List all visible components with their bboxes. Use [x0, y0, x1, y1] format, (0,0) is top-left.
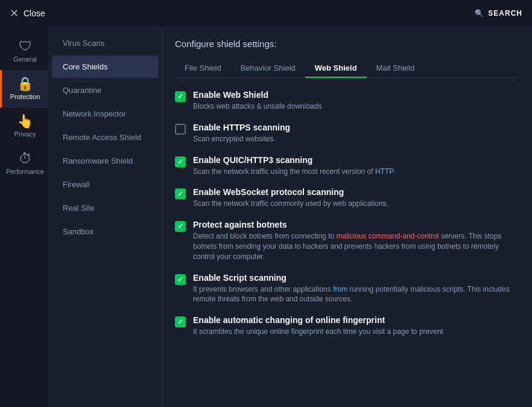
- setting-desc-botnets: Detect and block botnets from connecting…: [193, 231, 518, 261]
- mid-nav-remote-access-shield[interactable]: Remote Access Shield: [52, 126, 159, 149]
- sidebar-item-general[interactable]: 🛡 General: [0, 33, 48, 70]
- checkbox-enable-websocket[interactable]: ✓: [175, 188, 186, 199]
- shield-tabs: File Shield Behavior Shield Web Shield M…: [175, 59, 518, 78]
- checkmark-icon: ✓: [177, 276, 183, 283]
- mid-nav: Virus Scans Core Shields Quarantine Netw…: [48, 27, 163, 407]
- main-layout: 🛡 General 🔒 Protection 👆 Privacy ⏱ Perfo…: [0, 27, 532, 407]
- http-highlight: HTTP: [375, 167, 393, 176]
- mid-nav-ransomware-shield[interactable]: Ransomware Shield: [52, 150, 159, 172]
- mid-nav-quarantine[interactable]: Quarantine: [52, 79, 159, 101]
- checkmark-icon: ✓: [177, 158, 183, 165]
- topbar: ✕ Close 🔍 SEARCH: [0, 0, 532, 27]
- tab-mail-shield[interactable]: Mail Shield: [367, 59, 425, 77]
- tab-web-shield[interactable]: Web Shield: [305, 59, 367, 77]
- content-area: Configure shield settings: File Shield B…: [163, 27, 532, 407]
- search-label: SEARCH: [488, 9, 522, 18]
- checkmark-icon: ✓: [177, 318, 183, 325]
- checkmark-icon: ✓: [177, 223, 183, 230]
- sidebar-label-general: General: [13, 56, 37, 63]
- checkmark-icon: ✓: [177, 190, 183, 197]
- mid-nav-firewall[interactable]: Firewall: [52, 173, 159, 196]
- close-label: Close: [24, 8, 45, 18]
- sidebar-item-privacy[interactable]: 👆 Privacy: [0, 107, 48, 145]
- setting-title-https-scanning: Enable HTTPS scanning: [193, 123, 290, 132]
- general-icon: 🛡: [19, 40, 32, 53]
- setting-title-quic: Enable QUIC/HTTP3 scanning: [193, 155, 395, 165]
- sidebar-item-performance[interactable]: ⏱ Performance: [0, 145, 48, 182]
- setting-desc-https-scanning: Scan encrypted websites.: [193, 134, 290, 144]
- checkmark-icon: ✓: [177, 93, 183, 100]
- checkbox-enable-web-shield[interactable]: ✓: [175, 91, 186, 102]
- setting-title-websocket: Enable WebSocket protocol scanning: [193, 187, 388, 197]
- botnet-highlight: malicious command-and-control: [336, 232, 439, 240]
- setting-desc-websocket: Scan the network traffic commonly used b…: [193, 199, 388, 209]
- setting-enable-https-scanning: Enable HTTPS scanning Scan encrypted web…: [175, 123, 518, 144]
- checkbox-enable-quic[interactable]: ✓: [175, 156, 186, 167]
- performance-icon: ⏱: [19, 152, 32, 165]
- setting-enable-websocket: ✓ Enable WebSocket protocol scanning Sca…: [175, 187, 518, 209]
- close-button[interactable]: ✕ Close: [10, 7, 45, 20]
- from-highlight: from: [333, 285, 347, 293]
- sidebar-label-protection: Protection: [10, 93, 40, 100]
- setting-desc-fingerprint: It scrambles the unique online fingerpri…: [193, 327, 443, 337]
- mid-nav-core-shields[interactable]: Core Shields: [52, 56, 159, 78]
- mid-nav-sandbox[interactable]: Sandbox: [52, 220, 159, 243]
- setting-title-web-shield: Enable Web Shield: [193, 90, 321, 100]
- setting-protect-botnets: ✓ Protect against botnets Detect and blo…: [175, 220, 518, 261]
- setting-title-fingerprint: Enable automatic changing of online fing…: [193, 315, 443, 325]
- setting-desc-script-scanning: It prevents browsers and other applicati…: [193, 284, 518, 305]
- left-sidebar: 🛡 General 🔒 Protection 👆 Privacy ⏱ Perfo…: [0, 27, 48, 407]
- setting-desc-web-shield: Blocks web attacks & unsafe downloads: [193, 101, 321, 112]
- protection-icon: 🔒: [17, 77, 33, 91]
- sidebar-label-privacy: Privacy: [14, 130, 36, 138]
- mid-nav-real-site[interactable]: Real Site: [52, 197, 159, 219]
- checkbox-protect-botnets[interactable]: ✓: [175, 221, 186, 232]
- setting-desc-quic: Scan the network traffic using the most …: [193, 167, 395, 177]
- sidebar-item-protection[interactable]: 🔒 Protection: [0, 70, 48, 107]
- setting-title-botnets: Protect against botnets: [193, 220, 518, 229]
- tab-file-shield[interactable]: File Shield: [175, 59, 231, 77]
- mid-nav-virus-scans[interactable]: Virus Scans: [52, 32, 159, 54]
- checkbox-enable-script-scanning[interactable]: ✓: [175, 274, 186, 285]
- setting-title-script-scanning: Enable Script scanning: [193, 273, 518, 283]
- tab-behavior-shield[interactable]: Behavior Shield: [231, 59, 305, 77]
- checkbox-enable-https-scanning[interactable]: [175, 124, 186, 135]
- search-button[interactable]: 🔍 SEARCH: [475, 9, 522, 18]
- privacy-icon: 👆: [17, 115, 33, 128]
- close-icon: ✕: [10, 7, 19, 20]
- mid-nav-network-inspector[interactable]: Network Inspector: [52, 103, 159, 125]
- search-icon: 🔍: [475, 9, 484, 18]
- setting-enable-quic: ✓ Enable QUIC/HTTP3 scanning Scan the ne…: [175, 155, 518, 177]
- setting-enable-script-scanning: ✓ Enable Script scanning It prevents bro…: [175, 273, 518, 305]
- setting-enable-web-shield: ✓ Enable Web Shield Blocks web attacks &…: [175, 90, 518, 112]
- sidebar-label-performance: Performance: [6, 168, 44, 175]
- setting-enable-fingerprint: ✓ Enable automatic changing of online fi…: [175, 315, 518, 337]
- configure-title: Configure shield settings:: [175, 39, 518, 49]
- checkbox-enable-fingerprint[interactable]: ✓: [175, 316, 186, 327]
